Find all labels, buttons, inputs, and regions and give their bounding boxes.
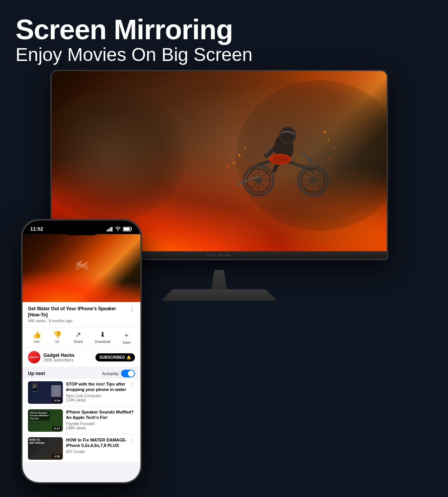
smoke-left xyxy=(52,90,186,221)
svg-point-22 xyxy=(328,139,329,141)
svg-point-19 xyxy=(238,154,240,156)
video-item-info-2: iPhone Speaker Sounds Muffled? An Apple … xyxy=(66,409,135,430)
status-icons xyxy=(107,227,133,231)
status-time: 11:52 xyxy=(30,226,43,232)
header: Screen Mirroring Enjoy Movies On Big Scr… xyxy=(16,16,253,66)
svg-point-2 xyxy=(281,128,295,142)
video-item-views-2: 148K views xyxy=(66,426,135,430)
monitor-bike xyxy=(220,109,336,206)
phone-video-thumbnail[interactable]: 🏍 xyxy=(22,234,140,302)
monitor-stand-neck xyxy=(208,270,231,291)
sub-title: Enjoy Movies On Big Screen xyxy=(16,43,253,66)
svg-rect-31 xyxy=(111,227,112,231)
action-buttons: 👍 260 👎 59 ↗ Share ⬇ Download ＋ Save xyxy=(22,327,140,348)
svg-rect-33 xyxy=(131,228,132,230)
save-icon: ＋ xyxy=(123,330,130,340)
phone-frame: 11:52 xyxy=(21,219,142,483)
status-bar: 11:52 xyxy=(22,221,140,234)
phone: 11:52 xyxy=(21,219,142,483)
signal-icon xyxy=(107,227,113,231)
video-title: Get Water Out of Your iPhone's Speaker [… xyxy=(28,306,127,318)
video-item-title-1: STOP with the rice! Tips after dropping … xyxy=(66,381,135,393)
video-item-more-3[interactable]: ⋮ xyxy=(130,437,135,443)
video-thumbnail-3: HOW TOANY iPhone 3:52 xyxy=(28,437,63,460)
autoplay-row: Autoplay xyxy=(102,370,135,377)
video-item-channel-3: iDV Create xyxy=(66,450,135,454)
video-item-title-3: HOW to Fix WATER DAMAGE- iPhone 5,5s,6,6… xyxy=(66,437,135,448)
svg-rect-30 xyxy=(110,228,111,231)
video-more-button[interactable]: ⋮ xyxy=(129,306,135,313)
video-item-more-2[interactable]: ⋮ xyxy=(130,409,135,415)
list-item[interactable]: HOW TOANY iPhone 3:52 HOW to Fix WATER D… xyxy=(22,435,140,462)
channel-avatar: GADGET xyxy=(28,351,40,363)
video-item-info-3: HOW to Fix WATER DAMAGE- iPhone 5,5s,6,6… xyxy=(66,437,135,454)
video-thumbnail-1: 📱 3:34 xyxy=(28,381,63,404)
svg-rect-28 xyxy=(107,230,108,231)
svg-point-20 xyxy=(244,147,246,148)
video-duration-1: 3:34 xyxy=(52,398,62,403)
main-title: Screen Mirroring xyxy=(16,16,253,43)
share-icon: ↗ xyxy=(75,330,81,339)
video-item-channel-2: Payette Forward xyxy=(66,422,135,426)
video-info-section: Get Water Out of Your iPhone's Speaker [… xyxy=(22,302,140,327)
wifi-icon xyxy=(115,227,121,231)
up-next-label: Up next xyxy=(28,371,45,376)
svg-point-4 xyxy=(272,155,289,163)
svg-point-27 xyxy=(227,166,229,168)
dislike-button[interactable]: 👎 59 xyxy=(53,330,62,344)
svg-point-24 xyxy=(334,147,335,148)
list-item[interactable]: iPhone SpeakerSounds Muffled?The Fix! 5:… xyxy=(22,407,140,434)
bell-icon: 🔔 xyxy=(126,355,131,360)
video-item-views-1: 124K views xyxy=(66,398,135,402)
svg-point-23 xyxy=(323,131,326,133)
video-list: 📱 3:34 STOP with the rice! Tips after dr… xyxy=(22,379,140,482)
video-thumbnail-2: iPhone SpeakerSounds Muffled?The Fix! 5:… xyxy=(28,409,63,432)
video-item-title-2: iPhone Speaker Sounds Muffled? An Apple … xyxy=(66,409,135,421)
iphone-badge: iPhone SpeakerSounds Muffled?The Fix! xyxy=(29,411,50,421)
up-next-header: Up next Autoplay xyxy=(22,367,140,379)
list-item[interactable]: 📱 3:34 STOP with the rice! Tips after dr… xyxy=(22,379,140,406)
channel-subscribers: 290K subscribers xyxy=(43,358,95,362)
svg-point-26 xyxy=(330,158,332,160)
video-item-channel-1: New Look Computer xyxy=(66,394,135,398)
dynamic-island xyxy=(64,224,99,235)
video-duration-3: 3:52 xyxy=(52,454,62,459)
svg-point-25 xyxy=(235,143,236,144)
channel-name[interactable]: Gadget Hacks xyxy=(43,353,95,358)
subscribe-button[interactable]: SUBSCRIBED 🔔 xyxy=(95,353,135,361)
svg-rect-34 xyxy=(124,228,130,230)
video-stats: 44K views · 8 months ago xyxy=(28,319,135,323)
video-title-row: Get Water Out of Your iPhone's Speaker [… xyxy=(28,306,135,318)
channel-details: Gadget Hacks 290K subscribers xyxy=(43,353,95,362)
battery-icon xyxy=(123,227,133,231)
download-icon: ⬇ xyxy=(100,330,106,339)
monitor-brand: FlexiWide xyxy=(207,254,231,257)
video-item-more-1[interactable]: ⋮ xyxy=(130,381,135,388)
download-button[interactable]: ⬇ Download xyxy=(95,330,111,344)
phone-screen: 11:52 xyxy=(22,221,140,482)
channel-info: GADGET Gadget Hacks 290K subscribers SUB… xyxy=(22,348,140,367)
svg-point-21 xyxy=(233,162,235,164)
autoplay-toggle[interactable] xyxy=(121,370,135,377)
video-duration-2: 5:17 xyxy=(52,426,62,431)
like-button[interactable]: 👍 260 xyxy=(33,330,41,344)
phone-bike-icon: 🏍 xyxy=(74,255,89,272)
dislike-icon: 👎 xyxy=(53,330,62,339)
svg-rect-29 xyxy=(108,229,109,231)
share-button[interactable]: ↗ Share xyxy=(74,330,83,344)
save-button[interactable]: ＋ Save xyxy=(123,330,131,344)
monitor-stand-base xyxy=(161,289,277,301)
like-icon: 👍 xyxy=(33,330,41,339)
video-item-info-1: STOP with the rice! Tips after dropping … xyxy=(66,381,135,402)
